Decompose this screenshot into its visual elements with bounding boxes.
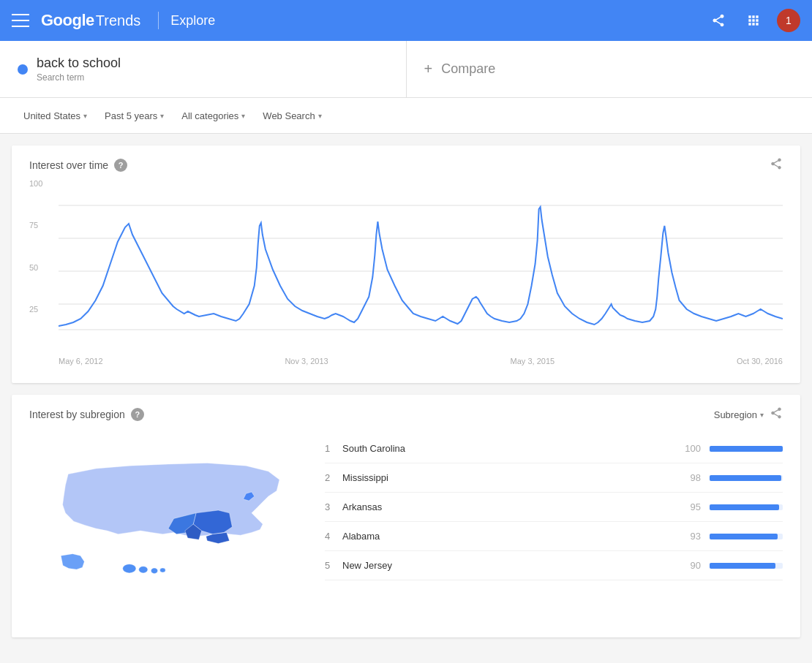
compare-label: Compare bbox=[441, 61, 495, 77]
user-avatar[interactable]: 1 bbox=[777, 9, 800, 32]
ranking-score: 93 bbox=[672, 531, 701, 542]
ranking-bar-container bbox=[710, 504, 783, 510]
svg-point-8 bbox=[160, 568, 166, 572]
x-label-0: May 6, 2012 bbox=[59, 357, 103, 365]
subregion-dropdown[interactable]: Subregion ▾ bbox=[714, 409, 764, 420]
y-label-50: 50 bbox=[29, 263, 42, 272]
subregion-dropdown-label: Subregion bbox=[714, 409, 757, 420]
ranking-score: 90 bbox=[672, 560, 701, 571]
region-filter[interactable]: United States ▾ bbox=[18, 102, 93, 129]
ranking-bar-container bbox=[710, 475, 783, 481]
ranking-name: Arkansas bbox=[342, 501, 672, 512]
ranking-number: 5 bbox=[325, 560, 342, 571]
app-logo: Google Trends bbox=[41, 11, 140, 30]
subregion-chevron-icon: ▾ bbox=[760, 411, 764, 419]
ranking-bar bbox=[710, 446, 783, 452]
x-label-1: Nov 3, 2013 bbox=[285, 357, 328, 365]
x-label-3: Oct 30, 2016 bbox=[737, 357, 783, 365]
ranking-name: Mississippi bbox=[342, 472, 672, 483]
ranking-row: 5 New Jersey 90 bbox=[325, 551, 783, 580]
category-chevron-icon: ▾ bbox=[241, 112, 245, 120]
ibs-share-icon[interactable] bbox=[770, 406, 783, 423]
ranking-bar bbox=[710, 475, 781, 481]
ranking-number: 2 bbox=[325, 472, 342, 483]
iot-title: Interest over time bbox=[29, 159, 108, 171]
header: Google Trends Explore 1 bbox=[0, 0, 812, 41]
iot-share-icon[interactable] bbox=[770, 157, 783, 173]
compare-box[interactable]: + Compare bbox=[407, 41, 813, 97]
ranking-row: 1 South Carolina 100 bbox=[325, 434, 783, 463]
ranking-bar bbox=[710, 504, 779, 510]
search-type-label: Web Search bbox=[263, 110, 315, 121]
search-term-dot bbox=[18, 64, 28, 75]
search-term-subtype: Search term bbox=[37, 72, 121, 83]
google-wordmark: Google bbox=[41, 11, 94, 30]
svg-point-7 bbox=[151, 568, 157, 574]
section-label: Explore bbox=[170, 13, 215, 29]
apps-grid-icon[interactable] bbox=[742, 9, 765, 32]
search-type-filter[interactable]: Web Search ▾ bbox=[257, 102, 327, 129]
y-label-100: 100 bbox=[29, 179, 42, 188]
svg-point-6 bbox=[139, 567, 148, 573]
hamburger-menu-icon[interactable] bbox=[12, 12, 29, 29]
ranking-name: Alabama bbox=[342, 531, 672, 542]
ranking-row: 2 Mississippi 98 bbox=[325, 463, 783, 493]
interest-over-time-card: Interest over time ? 100 75 50 25 bbox=[12, 145, 800, 383]
search-area: back to school Search term + Compare Uni… bbox=[0, 41, 812, 134]
ranking-bar bbox=[710, 563, 775, 569]
ranking-number: 1 bbox=[325, 443, 342, 454]
ibs-title: Interest by subregion bbox=[29, 409, 125, 420]
ranking-number: 3 bbox=[325, 501, 342, 512]
subregion-header-right: Subregion ▾ bbox=[714, 406, 783, 423]
iot-help-icon[interactable]: ? bbox=[114, 159, 127, 172]
card-title-row-iot: Interest over time ? bbox=[29, 159, 127, 172]
interest-by-subregion-card: Interest by subregion ? Subregion ▾ bbox=[12, 395, 800, 637]
share-icon[interactable] bbox=[707, 9, 730, 32]
y-label-75: 75 bbox=[29, 221, 42, 230]
filters-row: United States ▾ Past 5 years ▾ All categ… bbox=[0, 98, 812, 133]
svg-point-5 bbox=[123, 564, 136, 573]
ranking-bar-container bbox=[710, 446, 783, 452]
time-label: Past 5 years bbox=[105, 110, 157, 121]
iot-chart: 100 75 50 25 May 6, 2012 Nov 3, 20 bbox=[29, 179, 783, 365]
search-row: back to school Search term + Compare bbox=[0, 41, 812, 98]
ranking-bar-container bbox=[710, 563, 783, 569]
ranking-score: 100 bbox=[672, 443, 701, 454]
search-type-chevron-icon: ▾ bbox=[318, 112, 322, 120]
region-chevron-icon: ▾ bbox=[83, 112, 87, 120]
compare-plus-icon: + bbox=[424, 61, 433, 77]
ibs-help-icon[interactable]: ? bbox=[131, 408, 144, 421]
us-map-svg bbox=[29, 440, 307, 608]
x-label-2: May 3, 2015 bbox=[511, 357, 555, 365]
ranking-score: 95 bbox=[672, 501, 701, 512]
ranking-score: 98 bbox=[672, 472, 701, 483]
category-label: All categories bbox=[181, 110, 238, 121]
card-header-ibs: Interest by subregion ? Subregion ▾ bbox=[29, 406, 783, 423]
ranking-bar-container bbox=[710, 534, 783, 539]
search-term-box[interactable]: back to school Search term bbox=[0, 41, 407, 97]
header-divider bbox=[158, 12, 159, 29]
ranking-name: South Carolina bbox=[342, 443, 672, 454]
ranking-number: 4 bbox=[325, 531, 342, 542]
card-header-iot: Interest over time ? bbox=[29, 157, 783, 173]
iot-svg bbox=[59, 191, 783, 352]
time-filter[interactable]: Past 5 years ▾ bbox=[99, 102, 170, 129]
us-map-container bbox=[29, 428, 307, 620]
search-term-info: back to school Search term bbox=[37, 56, 121, 83]
region-label: United States bbox=[23, 110, 80, 121]
ranking-row: 4 Alabama 93 bbox=[325, 522, 783, 551]
y-label-25: 25 bbox=[29, 305, 42, 314]
trends-wordmark: Trends bbox=[96, 12, 141, 29]
card-title-row-ibs: Interest by subregion ? bbox=[29, 408, 144, 421]
ranking-row: 3 Arkansas 95 bbox=[325, 493, 783, 522]
time-chevron-icon: ▾ bbox=[160, 112, 164, 120]
header-actions: 1 bbox=[707, 9, 800, 32]
subregion-content: 1 South Carolina 100 2 Mississippi 98 3 … bbox=[29, 428, 783, 620]
ranking-name: New Jersey bbox=[342, 560, 672, 571]
main-content: Interest over time ? 100 75 50 25 bbox=[0, 134, 812, 661]
rankings-container: 1 South Carolina 100 2 Mississippi 98 3 … bbox=[325, 428, 783, 620]
iot-x-labels: May 6, 2012 Nov 3, 2013 May 3, 2015 Oct … bbox=[59, 357, 783, 365]
category-filter[interactable]: All categories ▾ bbox=[176, 102, 251, 129]
ranking-bar bbox=[710, 534, 778, 539]
search-term-text: back to school bbox=[37, 56, 121, 71]
